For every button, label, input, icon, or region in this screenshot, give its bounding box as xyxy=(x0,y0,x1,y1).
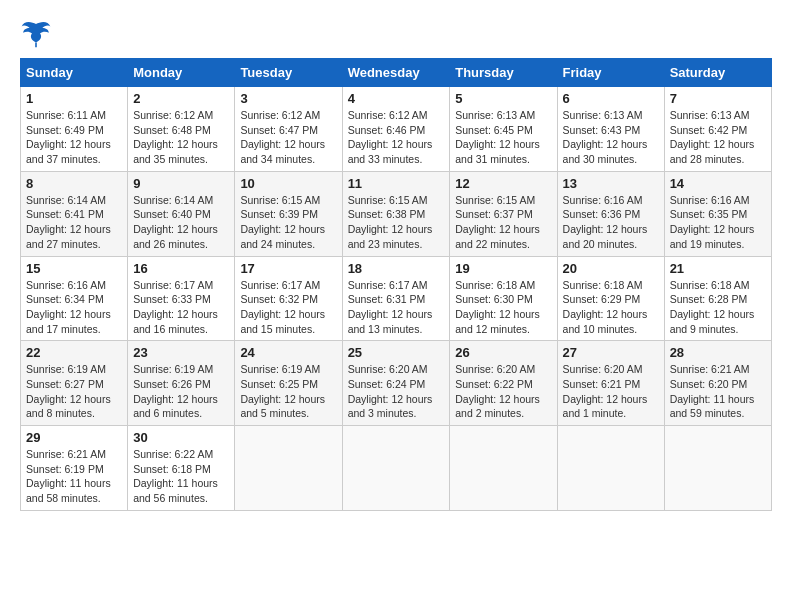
day-number: 5 xyxy=(455,91,551,106)
day-info: Sunrise: 6:21 AMSunset: 6:20 PMDaylight:… xyxy=(670,363,755,419)
col-header-sunday: Sunday xyxy=(21,59,128,87)
calendar-cell: 22 Sunrise: 6:19 AMSunset: 6:27 PMDaylig… xyxy=(21,341,128,426)
calendar-cell: 1 Sunrise: 6:11 AMSunset: 6:49 PMDayligh… xyxy=(21,87,128,172)
day-number: 12 xyxy=(455,176,551,191)
calendar-week-row: 15 Sunrise: 6:16 AMSunset: 6:34 PMDaylig… xyxy=(21,256,772,341)
day-number: 9 xyxy=(133,176,229,191)
calendar-cell: 29 Sunrise: 6:21 AMSunset: 6:19 PMDaylig… xyxy=(21,426,128,511)
day-info: Sunrise: 6:22 AMSunset: 6:18 PMDaylight:… xyxy=(133,448,218,504)
calendar-cell: 4 Sunrise: 6:12 AMSunset: 6:46 PMDayligh… xyxy=(342,87,450,172)
day-number: 23 xyxy=(133,345,229,360)
calendar-cell: 8 Sunrise: 6:14 AMSunset: 6:41 PMDayligh… xyxy=(21,171,128,256)
calendar-cell: 25 Sunrise: 6:20 AMSunset: 6:24 PMDaylig… xyxy=(342,341,450,426)
calendar-cell: 19 Sunrise: 6:18 AMSunset: 6:30 PMDaylig… xyxy=(450,256,557,341)
day-number: 29 xyxy=(26,430,122,445)
calendar-cell xyxy=(664,426,771,511)
day-number: 8 xyxy=(26,176,122,191)
day-info: Sunrise: 6:17 AMSunset: 6:32 PMDaylight:… xyxy=(240,279,325,335)
day-number: 21 xyxy=(670,261,766,276)
day-info: Sunrise: 6:17 AMSunset: 6:33 PMDaylight:… xyxy=(133,279,218,335)
day-info: Sunrise: 6:14 AMSunset: 6:41 PMDaylight:… xyxy=(26,194,111,250)
day-number: 4 xyxy=(348,91,445,106)
day-number: 25 xyxy=(348,345,445,360)
day-info: Sunrise: 6:20 AMSunset: 6:21 PMDaylight:… xyxy=(563,363,648,419)
calendar-cell xyxy=(235,426,342,511)
day-info: Sunrise: 6:15 AMSunset: 6:37 PMDaylight:… xyxy=(455,194,540,250)
calendar-cell xyxy=(557,426,664,511)
day-number: 10 xyxy=(240,176,336,191)
day-number: 19 xyxy=(455,261,551,276)
day-number: 22 xyxy=(26,345,122,360)
day-number: 6 xyxy=(563,91,659,106)
calendar-cell: 7 Sunrise: 6:13 AMSunset: 6:42 PMDayligh… xyxy=(664,87,771,172)
calendar-cell xyxy=(450,426,557,511)
day-info: Sunrise: 6:14 AMSunset: 6:40 PMDaylight:… xyxy=(133,194,218,250)
calendar-cell: 13 Sunrise: 6:16 AMSunset: 6:36 PMDaylig… xyxy=(557,171,664,256)
day-info: Sunrise: 6:21 AMSunset: 6:19 PMDaylight:… xyxy=(26,448,111,504)
col-header-wednesday: Wednesday xyxy=(342,59,450,87)
col-header-monday: Monday xyxy=(128,59,235,87)
col-header-tuesday: Tuesday xyxy=(235,59,342,87)
day-number: 16 xyxy=(133,261,229,276)
day-info: Sunrise: 6:16 AMSunset: 6:35 PMDaylight:… xyxy=(670,194,755,250)
calendar-cell: 21 Sunrise: 6:18 AMSunset: 6:28 PMDaylig… xyxy=(664,256,771,341)
col-header-thursday: Thursday xyxy=(450,59,557,87)
day-info: Sunrise: 6:12 AMSunset: 6:47 PMDaylight:… xyxy=(240,109,325,165)
calendar-cell: 3 Sunrise: 6:12 AMSunset: 6:47 PMDayligh… xyxy=(235,87,342,172)
day-number: 24 xyxy=(240,345,336,360)
day-info: Sunrise: 6:20 AMSunset: 6:22 PMDaylight:… xyxy=(455,363,540,419)
calendar-cell: 18 Sunrise: 6:17 AMSunset: 6:31 PMDaylig… xyxy=(342,256,450,341)
day-info: Sunrise: 6:13 AMSunset: 6:43 PMDaylight:… xyxy=(563,109,648,165)
page-header xyxy=(20,20,772,48)
day-info: Sunrise: 6:18 AMSunset: 6:29 PMDaylight:… xyxy=(563,279,648,335)
calendar-cell: 23 Sunrise: 6:19 AMSunset: 6:26 PMDaylig… xyxy=(128,341,235,426)
day-info: Sunrise: 6:20 AMSunset: 6:24 PMDaylight:… xyxy=(348,363,433,419)
col-header-friday: Friday xyxy=(557,59,664,87)
day-number: 28 xyxy=(670,345,766,360)
day-number: 17 xyxy=(240,261,336,276)
calendar-cell: 6 Sunrise: 6:13 AMSunset: 6:43 PMDayligh… xyxy=(557,87,664,172)
day-number: 18 xyxy=(348,261,445,276)
day-number: 30 xyxy=(133,430,229,445)
day-number: 11 xyxy=(348,176,445,191)
calendar-cell: 16 Sunrise: 6:17 AMSunset: 6:33 PMDaylig… xyxy=(128,256,235,341)
day-info: Sunrise: 6:15 AMSunset: 6:38 PMDaylight:… xyxy=(348,194,433,250)
calendar-header-row: SundayMondayTuesdayWednesdayThursdayFrid… xyxy=(21,59,772,87)
day-info: Sunrise: 6:17 AMSunset: 6:31 PMDaylight:… xyxy=(348,279,433,335)
day-info: Sunrise: 6:19 AMSunset: 6:25 PMDaylight:… xyxy=(240,363,325,419)
day-info: Sunrise: 6:16 AMSunset: 6:34 PMDaylight:… xyxy=(26,279,111,335)
calendar-cell xyxy=(342,426,450,511)
col-header-saturday: Saturday xyxy=(664,59,771,87)
calendar-week-row: 22 Sunrise: 6:19 AMSunset: 6:27 PMDaylig… xyxy=(21,341,772,426)
calendar-cell: 26 Sunrise: 6:20 AMSunset: 6:22 PMDaylig… xyxy=(450,341,557,426)
calendar-table: SundayMondayTuesdayWednesdayThursdayFrid… xyxy=(20,58,772,511)
calendar-cell: 11 Sunrise: 6:15 AMSunset: 6:38 PMDaylig… xyxy=(342,171,450,256)
day-number: 1 xyxy=(26,91,122,106)
day-number: 14 xyxy=(670,176,766,191)
logo-icon xyxy=(20,20,52,48)
calendar-cell: 27 Sunrise: 6:20 AMSunset: 6:21 PMDaylig… xyxy=(557,341,664,426)
day-number: 3 xyxy=(240,91,336,106)
logo xyxy=(20,20,56,48)
calendar-week-row: 29 Sunrise: 6:21 AMSunset: 6:19 PMDaylig… xyxy=(21,426,772,511)
day-number: 26 xyxy=(455,345,551,360)
day-info: Sunrise: 6:12 AMSunset: 6:46 PMDaylight:… xyxy=(348,109,433,165)
day-info: Sunrise: 6:11 AMSunset: 6:49 PMDaylight:… xyxy=(26,109,111,165)
calendar-cell: 14 Sunrise: 6:16 AMSunset: 6:35 PMDaylig… xyxy=(664,171,771,256)
calendar-cell: 10 Sunrise: 6:15 AMSunset: 6:39 PMDaylig… xyxy=(235,171,342,256)
calendar-cell: 12 Sunrise: 6:15 AMSunset: 6:37 PMDaylig… xyxy=(450,171,557,256)
calendar-cell: 20 Sunrise: 6:18 AMSunset: 6:29 PMDaylig… xyxy=(557,256,664,341)
calendar-cell: 5 Sunrise: 6:13 AMSunset: 6:45 PMDayligh… xyxy=(450,87,557,172)
day-info: Sunrise: 6:19 AMSunset: 6:26 PMDaylight:… xyxy=(133,363,218,419)
day-info: Sunrise: 6:13 AMSunset: 6:45 PMDaylight:… xyxy=(455,109,540,165)
calendar-cell: 28 Sunrise: 6:21 AMSunset: 6:20 PMDaylig… xyxy=(664,341,771,426)
calendar-cell: 2 Sunrise: 6:12 AMSunset: 6:48 PMDayligh… xyxy=(128,87,235,172)
day-number: 2 xyxy=(133,91,229,106)
calendar-cell: 9 Sunrise: 6:14 AMSunset: 6:40 PMDayligh… xyxy=(128,171,235,256)
day-info: Sunrise: 6:12 AMSunset: 6:48 PMDaylight:… xyxy=(133,109,218,165)
day-number: 15 xyxy=(26,261,122,276)
day-number: 13 xyxy=(563,176,659,191)
calendar-cell: 17 Sunrise: 6:17 AMSunset: 6:32 PMDaylig… xyxy=(235,256,342,341)
day-info: Sunrise: 6:18 AMSunset: 6:28 PMDaylight:… xyxy=(670,279,755,335)
day-info: Sunrise: 6:18 AMSunset: 6:30 PMDaylight:… xyxy=(455,279,540,335)
